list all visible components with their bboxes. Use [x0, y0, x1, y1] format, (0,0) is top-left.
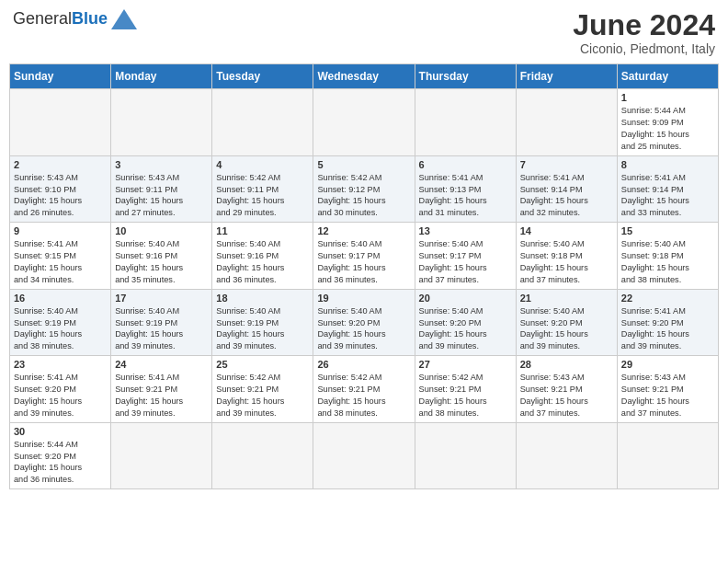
day-info: Sunrise: 5:40 AMSunset: 9:17 PMDaylight:… [419, 238, 512, 286]
weekday-tuesday: Tuesday [212, 64, 313, 89]
calendar-cell: 27Sunrise: 5:42 AMSunset: 9:21 PMDayligh… [415, 356, 516, 423]
calendar-cell: 2Sunrise: 5:43 AMSunset: 9:10 PMDaylight… [10, 155, 111, 223]
calendar-cell: 23Sunrise: 5:41 AMSunset: 9:20 PMDayligh… [10, 356, 111, 423]
day-info: Sunrise: 5:43 AMSunset: 9:21 PMDaylight:… [520, 372, 613, 419]
calendar-cell: 17Sunrise: 5:40 AMSunset: 9:19 PMDayligh… [111, 289, 212, 356]
logo-icon [111, 9, 137, 29]
day-number: 20 [419, 293, 512, 304]
day-info: Sunrise: 5:42 AMSunset: 9:11 PMDaylight:… [216, 172, 309, 220]
title-area: June 2024 Ciconio, Piedmont, Italy [573, 9, 715, 56]
day-number: 11 [216, 225, 309, 236]
calendar-cell: 30Sunrise: 5:44 AMSunset: 9:20 PMDayligh… [10, 422, 111, 489]
weekday-header-row: SundayMondayTuesdayWednesdayThursdayFrid… [10, 64, 719, 89]
day-number: 1 [621, 92, 714, 103]
day-number: 6 [419, 159, 512, 170]
calendar-cell: 20Sunrise: 5:40 AMSunset: 9:20 PMDayligh… [415, 289, 516, 356]
day-info: Sunrise: 5:40 AMSunset: 9:20 PMDaylight:… [419, 305, 512, 353]
day-number: 26 [317, 359, 410, 370]
calendar-cell: 8Sunrise: 5:41 AMSunset: 9:14 PMDaylight… [617, 155, 718, 223]
day-info: Sunrise: 5:44 AMSunset: 9:20 PMDaylight:… [14, 439, 107, 487]
day-info: Sunrise: 5:40 AMSunset: 9:19 PMDaylight:… [216, 305, 309, 353]
day-number: 19 [317, 293, 410, 304]
day-number: 14 [520, 225, 613, 236]
calendar-cell [516, 89, 617, 156]
day-info: Sunrise: 5:42 AMSunset: 9:21 PMDaylight:… [419, 372, 512, 419]
calendar-cell [313, 89, 415, 156]
day-number: 2 [14, 159, 107, 170]
calendar-table: SundayMondayTuesdayWednesdayThursdayFrid… [9, 63, 719, 489]
calendar-cell [212, 422, 313, 489]
day-number: 5 [317, 159, 410, 170]
day-info: Sunrise: 5:40 AMSunset: 9:20 PMDaylight:… [317, 305, 410, 353]
calendar-cell [617, 422, 718, 489]
calendar-cell: 10Sunrise: 5:40 AMSunset: 9:16 PMDayligh… [111, 223, 212, 290]
calendar-cell [415, 89, 516, 156]
weekday-sunday: Sunday [10, 64, 111, 89]
day-info: Sunrise: 5:41 AMSunset: 9:13 PMDaylight:… [419, 172, 512, 220]
calendar-cell: 13Sunrise: 5:40 AMSunset: 9:17 PMDayligh… [415, 223, 516, 290]
location-subtitle: Ciconio, Piedmont, Italy [573, 41, 715, 56]
day-info: Sunrise: 5:40 AMSunset: 9:20 PMDaylight:… [520, 305, 613, 353]
day-number: 17 [115, 293, 208, 304]
calendar-cell: 1Sunrise: 5:44 AMSunset: 9:09 PMDaylight… [617, 89, 718, 156]
day-number: 23 [14, 359, 107, 370]
calendar-cell [313, 422, 415, 489]
day-number: 13 [419, 225, 512, 236]
day-number: 25 [216, 359, 309, 370]
calendar-cell [415, 422, 516, 489]
calendar-cell: 12Sunrise: 5:40 AMSunset: 9:17 PMDayligh… [313, 223, 415, 290]
calendar-cell [111, 89, 212, 156]
calendar-cell: 19Sunrise: 5:40 AMSunset: 9:20 PMDayligh… [313, 289, 415, 356]
calendar-cell [10, 89, 111, 156]
day-info: Sunrise: 5:40 AMSunset: 9:19 PMDaylight:… [14, 305, 107, 353]
calendar-cell: 18Sunrise: 5:40 AMSunset: 9:19 PMDayligh… [212, 289, 313, 356]
day-info: Sunrise: 5:40 AMSunset: 9:18 PMDaylight:… [621, 238, 714, 286]
day-info: Sunrise: 5:40 AMSunset: 9:17 PMDaylight:… [317, 238, 410, 286]
day-info: Sunrise: 5:40 AMSunset: 9:16 PMDaylight:… [216, 238, 309, 286]
day-info: Sunrise: 5:41 AMSunset: 9:21 PMDaylight:… [115, 372, 208, 419]
calendar-cell: 21Sunrise: 5:40 AMSunset: 9:20 PMDayligh… [516, 289, 617, 356]
weekday-saturday: Saturday [617, 64, 718, 89]
svg-marker-0 [111, 9, 137, 29]
day-info: Sunrise: 5:43 AMSunset: 9:11 PMDaylight:… [115, 172, 208, 220]
day-number: 16 [14, 293, 107, 304]
page-header: GeneralBlue June 2024 Ciconio, Piedmont,… [9, 9, 719, 56]
day-number: 7 [520, 159, 613, 170]
calendar-cell [516, 422, 617, 489]
day-number: 8 [621, 159, 714, 170]
month-title: June 2024 [573, 9, 715, 41]
day-number: 18 [216, 293, 309, 304]
day-number: 24 [115, 359, 208, 370]
calendar-cell: 25Sunrise: 5:42 AMSunset: 9:21 PMDayligh… [212, 356, 313, 423]
calendar-cell [212, 89, 313, 156]
logo-text: GeneralBlue [13, 10, 108, 29]
calendar-cell: 29Sunrise: 5:43 AMSunset: 9:21 PMDayligh… [617, 356, 718, 423]
day-number: 28 [520, 359, 613, 370]
calendar-cell: 15Sunrise: 5:40 AMSunset: 9:18 PMDayligh… [617, 223, 718, 290]
day-number: 9 [14, 225, 107, 236]
day-info: Sunrise: 5:41 AMSunset: 9:14 PMDaylight:… [621, 172, 714, 220]
calendar-cell: 14Sunrise: 5:40 AMSunset: 9:18 PMDayligh… [516, 223, 617, 290]
calendar-cell: 22Sunrise: 5:41 AMSunset: 9:20 PMDayligh… [617, 289, 718, 356]
day-number: 22 [621, 293, 714, 304]
day-number: 12 [317, 225, 410, 236]
day-info: Sunrise: 5:41 AMSunset: 9:15 PMDaylight:… [14, 238, 107, 286]
weekday-wednesday: Wednesday [313, 64, 415, 89]
day-number: 29 [621, 359, 714, 370]
day-info: Sunrise: 5:43 AMSunset: 9:10 PMDaylight:… [14, 172, 107, 220]
calendar-cell: 9Sunrise: 5:41 AMSunset: 9:15 PMDaylight… [10, 223, 111, 290]
day-number: 15 [621, 225, 714, 236]
calendar-cell: 3Sunrise: 5:43 AMSunset: 9:11 PMDaylight… [111, 155, 212, 223]
calendar-cell: 6Sunrise: 5:41 AMSunset: 9:13 PMDaylight… [415, 155, 516, 223]
calendar-cell: 5Sunrise: 5:42 AMSunset: 9:12 PMDaylight… [313, 155, 415, 223]
day-number: 3 [115, 159, 208, 170]
calendar-cell: 28Sunrise: 5:43 AMSunset: 9:21 PMDayligh… [516, 356, 617, 423]
calendar-cell: 4Sunrise: 5:42 AMSunset: 9:11 PMDaylight… [212, 155, 313, 223]
day-info: Sunrise: 5:41 AMSunset: 9:20 PMDaylight:… [621, 305, 714, 353]
day-number: 4 [216, 159, 309, 170]
logo: GeneralBlue [13, 9, 137, 29]
day-info: Sunrise: 5:42 AMSunset: 9:21 PMDaylight:… [216, 372, 309, 419]
day-number: 10 [115, 225, 208, 236]
calendar-cell [111, 422, 212, 489]
day-info: Sunrise: 5:40 AMSunset: 9:19 PMDaylight:… [115, 305, 208, 353]
